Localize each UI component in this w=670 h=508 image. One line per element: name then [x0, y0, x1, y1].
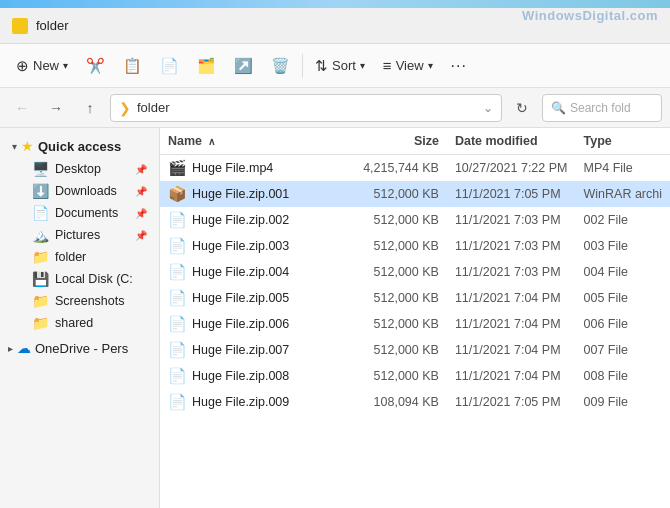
file-icon-8: 📄: [168, 367, 186, 385]
sidebar-item-screenshots[interactable]: 📁Screenshots: [4, 290, 155, 312]
back-button[interactable]: ←: [8, 94, 36, 122]
quick-access-header[interactable]: ▾ ★ Quick access: [4, 134, 155, 158]
title-bar: folder WindowsDigital.com: [0, 8, 670, 44]
file-date-0: 10/27/2021 7:22 PM: [447, 155, 576, 182]
table-row[interactable]: 📄Huge File.zip.009108,094 KB11/1/2021 7:…: [160, 389, 670, 415]
table-row[interactable]: 📄Huge File.zip.005512,000 KB11/1/2021 7:…: [160, 285, 670, 311]
share-icon: ↗️: [234, 57, 253, 75]
rename-button[interactable]: 🗂️: [189, 52, 224, 80]
name-sort-arrow: ∧: [208, 136, 215, 147]
view-icon: ≡: [383, 57, 392, 74]
column-type[interactable]: Type: [576, 128, 671, 155]
file-name-2: Huge File.zip.002: [192, 213, 289, 227]
new-chevron-icon: ▾: [63, 60, 68, 71]
file-type-7: 007 File: [576, 337, 671, 363]
new-circle-icon: ⊕: [16, 57, 29, 75]
sidebar-item-label-6: Screenshots: [55, 294, 124, 308]
table-row[interactable]: 📄Huge File.zip.007512,000 KB11/1/2021 7:…: [160, 337, 670, 363]
view-button[interactable]: ≡ View ▾: [375, 52, 441, 79]
file-name-9: Huge File.zip.009: [192, 395, 289, 409]
file-name-7: Huge File.zip.007: [192, 343, 289, 357]
file-date-1: 11/1/2021 7:05 PM: [447, 181, 576, 207]
file-date-5: 11/1/2021 7:04 PM: [447, 285, 576, 311]
address-input[interactable]: ❯ folder ⌄: [110, 94, 502, 122]
onedrive-icon: ☁: [17, 340, 31, 356]
sidebar-item-shared[interactable]: 📁shared: [4, 312, 155, 334]
file-name-8: Huge File.zip.008: [192, 369, 289, 383]
refresh-button[interactable]: ↻: [508, 94, 536, 122]
file-name-0: Huge File.mp4: [192, 161, 273, 175]
file-type-9: 009 File: [576, 389, 671, 415]
search-icon: 🔍: [551, 101, 566, 115]
quick-access-star-icon: ★: [21, 138, 34, 154]
sidebar-item-pictures[interactable]: 🏔️Pictures📌: [4, 224, 155, 246]
sidebar-item-folder[interactable]: 📁folder: [4, 246, 155, 268]
file-size-6: 512,000 KB: [355, 311, 447, 337]
table-row[interactable]: 📦Huge File.zip.001512,000 KB11/1/2021 7:…: [160, 181, 670, 207]
table-row[interactable]: 📄Huge File.zip.004512,000 KB11/1/2021 7:…: [160, 259, 670, 285]
file-name-cell-1: 📦Huge File.zip.001: [160, 181, 355, 207]
sidebar: ▾ ★ Quick access 🖥️Desktop📌⬇️Downloads📌📄…: [0, 128, 160, 508]
table-row[interactable]: 📄Huge File.zip.002512,000 KB11/1/2021 7:…: [160, 207, 670, 233]
file-date-6: 11/1/2021 7:04 PM: [447, 311, 576, 337]
file-size-3: 512,000 KB: [355, 233, 447, 259]
sort-label: Sort: [332, 58, 356, 73]
file-table-body: 🎬Huge File.mp44,215,744 KB10/27/2021 7:2…: [160, 155, 670, 416]
file-icon-1: 📦: [168, 185, 186, 203]
file-name-cell-0: 🎬Huge File.mp4: [160, 155, 355, 182]
sidebar-item-desktop[interactable]: 🖥️Desktop📌: [4, 158, 155, 180]
onedrive-header[interactable]: ▸ ☁ OneDrive - Pers: [4, 336, 155, 360]
new-button[interactable]: ⊕ New ▾: [8, 52, 76, 80]
sidebar-item-local-disk-(c:[interactable]: 💾Local Disk (C:: [4, 268, 155, 290]
table-row[interactable]: 🎬Huge File.mp44,215,744 KB10/27/2021 7:2…: [160, 155, 670, 182]
file-name-cell-9: 📄Huge File.zip.009: [160, 389, 355, 415]
sidebar-item-icon-0: 🖥️: [32, 161, 49, 177]
column-date[interactable]: Date modified: [447, 128, 576, 155]
table-row[interactable]: 📄Huge File.zip.008512,000 KB11/1/2021 7:…: [160, 363, 670, 389]
search-box[interactable]: 🔍 Search fold: [542, 94, 662, 122]
copy-path-button[interactable]: 📋: [115, 52, 150, 80]
forward-button[interactable]: →: [42, 94, 70, 122]
file-size-1: 512,000 KB: [355, 181, 447, 207]
file-type-1: WinRAR archi: [576, 181, 671, 207]
address-folder-icon: ❯: [119, 100, 131, 116]
file-size-9: 108,094 KB: [355, 389, 447, 415]
sidebar-item-documents[interactable]: 📄Documents📌: [4, 202, 155, 224]
cut-button[interactable]: ✂️: [78, 52, 113, 80]
file-type-3: 003 File: [576, 233, 671, 259]
file-name-6: Huge File.zip.006: [192, 317, 289, 331]
main-area: ▾ ★ Quick access 🖥️Desktop📌⬇️Downloads📌📄…: [0, 128, 670, 508]
address-bar: ← → ↑ ❯ folder ⌄ ↻ 🔍 Search fold: [0, 88, 670, 128]
view-label: View: [396, 58, 424, 73]
file-date-7: 11/1/2021 7:04 PM: [447, 337, 576, 363]
file-type-2: 002 File: [576, 207, 671, 233]
up-button[interactable]: ↑: [76, 94, 104, 122]
folder-title-icon: [12, 18, 28, 34]
file-name-cell-3: 📄Huge File.zip.003: [160, 233, 355, 259]
paste-button[interactable]: 📄: [152, 52, 187, 80]
more-options-button[interactable]: ···: [443, 52, 475, 80]
onedrive-section: ▸ ☁ OneDrive - Pers: [0, 336, 159, 360]
file-name-1: Huge File.zip.001: [192, 187, 289, 201]
file-icon-2: 📄: [168, 211, 186, 229]
file-date-9: 11/1/2021 7:05 PM: [447, 389, 576, 415]
file-icon-7: 📄: [168, 341, 186, 359]
delete-button[interactable]: 🗑️: [263, 52, 298, 80]
sidebar-item-downloads[interactable]: ⬇️Downloads📌: [4, 180, 155, 202]
window-title: folder: [36, 18, 69, 33]
sidebar-pin-icon-2: 📌: [135, 208, 147, 219]
sort-button[interactable]: ⇅ Sort ▾: [307, 52, 373, 80]
file-name-cell-4: 📄Huge File.zip.004: [160, 259, 355, 285]
sidebar-item-label-1: Downloads: [55, 184, 117, 198]
table-row[interactable]: 📄Huge File.zip.003512,000 KB11/1/2021 7:…: [160, 233, 670, 259]
column-name[interactable]: Name ∧: [160, 128, 355, 155]
share-button[interactable]: ↗️: [226, 52, 261, 80]
more-icon: ···: [451, 57, 467, 75]
toolbar-separator: [302, 54, 303, 78]
sidebar-pin-icon-3: 📌: [135, 230, 147, 241]
address-path: folder: [137, 100, 477, 115]
table-row[interactable]: 📄Huge File.zip.006512,000 KB11/1/2021 7:…: [160, 311, 670, 337]
column-size[interactable]: Size: [355, 128, 447, 155]
address-chevron-icon: ⌄: [483, 101, 493, 115]
copy-path-icon: 📋: [123, 57, 142, 75]
